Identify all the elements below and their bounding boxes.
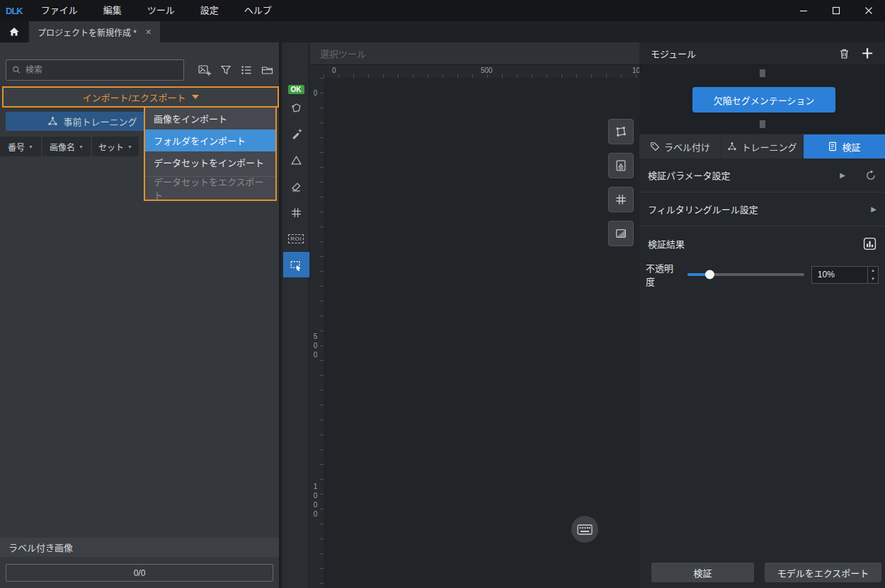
caret-down-icon bbox=[192, 95, 199, 99]
search-box[interactable] bbox=[6, 59, 184, 81]
shortcut-keyboard-button[interactable] bbox=[571, 516, 598, 543]
tab-labeling[interactable]: ラベル付け bbox=[639, 134, 721, 158]
tab-title: プロジェクトを新規作成 * bbox=[38, 26, 137, 38]
opacity-value-box[interactable]: 10% ▲ ▼ bbox=[811, 266, 879, 284]
home-button[interactable] bbox=[0, 21, 28, 42]
menu-item-import-images[interactable]: 画像をインポート bbox=[145, 108, 275, 129]
pretrain-label: 事前トレーニング bbox=[63, 115, 137, 128]
column-header-set[interactable]: セット ▼ bbox=[92, 137, 140, 156]
module-tabs: ラベル付け トレーニング 検証 bbox=[639, 134, 885, 158]
expand-arrow-icon[interactable]: ▶ bbox=[840, 171, 845, 179]
polygon-tool[interactable] bbox=[283, 147, 309, 173]
list-view-icon[interactable] bbox=[241, 64, 252, 76]
search-row bbox=[6, 59, 273, 81]
menu-tools[interactable]: ツール bbox=[135, 0, 188, 21]
image-list-panel: インポート/エクスポート 事前トレーニング 番号 ▼ 画像名 ▼ セット ▼ bbox=[0, 42, 281, 588]
folder-icon[interactable] bbox=[261, 64, 273, 76]
vertical-ruler: 0 500 1000 bbox=[310, 78, 324, 588]
search-input[interactable] bbox=[25, 65, 178, 75]
import-export-label: インポート/エクスポート bbox=[82, 91, 185, 104]
annotation-toolbar: OK ROI bbox=[283, 42, 309, 588]
menubar: DLK ファイル 編集 ツール 設定 ヘルプ bbox=[0, 0, 885, 21]
canvas-toolbar: 選択ツール bbox=[310, 42, 639, 65]
labeled-images-bar[interactable]: ラベル付き画像 bbox=[0, 538, 279, 557]
spin-up-icon[interactable]: ▲ bbox=[868, 267, 878, 275]
app-window: DLK ファイル 編集 ツール 設定 ヘルプ プロジェクトを新規作成 * ✕ bbox=[0, 0, 885, 588]
ruler-label: 500 bbox=[312, 333, 319, 360]
module-panel-header: モジュール ＋ bbox=[639, 42, 885, 65]
column-header-image-name[interactable]: 画像名 ▼ bbox=[42, 137, 92, 156]
eraser-tool[interactable] bbox=[283, 173, 309, 199]
pretrain-icon bbox=[47, 116, 58, 127]
opacity-value[interactable]: 10% bbox=[812, 267, 867, 283]
menu-settings[interactable]: 設定 bbox=[188, 0, 232, 21]
filtering-rules-row[interactable]: フィルタリングルール設定 ▶ bbox=[639, 192, 885, 226]
app-logo-icon: DLK bbox=[6, 6, 23, 16]
training-icon bbox=[727, 142, 737, 151]
roi-label: ROI bbox=[288, 234, 304, 243]
slider-handle[interactable] bbox=[705, 270, 714, 279]
menu-item-export-dataset: データセットをエクスポート bbox=[145, 176, 275, 200]
close-button[interactable] bbox=[852, 0, 885, 21]
filter-icon[interactable] bbox=[220, 64, 232, 76]
validation-icon bbox=[828, 142, 838, 151]
column-header-number[interactable]: 番号 ▼ bbox=[0, 137, 42, 156]
tab-close-icon[interactable]: ✕ bbox=[145, 28, 152, 37]
label-icon bbox=[650, 142, 660, 151]
tab-validation[interactable]: 検証 bbox=[804, 134, 885, 158]
module-list: 欠陥セグメンテーション bbox=[639, 65, 885, 133]
module-footer: 検証 モデルをエクスポート bbox=[651, 563, 881, 582]
ruler-label: 0 bbox=[312, 89, 319, 98]
ruler-label: 500 bbox=[481, 67, 493, 74]
opacity-label: 不透明度 bbox=[646, 261, 680, 288]
validation-parameters-row[interactable]: 検証パラメータ設定 ▶ bbox=[639, 158, 885, 192]
rect-select-tool[interactable] bbox=[283, 252, 309, 277]
chart-icon[interactable] bbox=[863, 237, 877, 250]
validate-button[interactable]: 検証 bbox=[651, 563, 754, 582]
polygon-select-tool[interactable] bbox=[283, 95, 309, 120]
menu-edit[interactable]: 編集 bbox=[91, 0, 135, 21]
mask-tool[interactable] bbox=[608, 221, 634, 246]
history-icon[interactable] bbox=[865, 170, 877, 181]
import-export-button[interactable]: インポート/エクスポート bbox=[2, 86, 279, 108]
menu-help[interactable]: ヘルプ bbox=[232, 0, 285, 21]
export-model-button[interactable]: モデルをエクスポート bbox=[765, 563, 881, 582]
ruler-label: 1000 bbox=[312, 483, 319, 519]
roi-tool[interactable]: ROI bbox=[283, 226, 309, 251]
project-tab[interactable]: プロジェクトを新規作成 * ✕ bbox=[29, 21, 160, 42]
opacity-row: 不透明度 10% ▲ ▼ bbox=[639, 260, 885, 289]
polygon-nodes-tool[interactable] bbox=[608, 119, 634, 144]
template-tool[interactable] bbox=[608, 153, 634, 178]
caret-down-icon: ▼ bbox=[28, 144, 33, 149]
drag-handle bbox=[760, 69, 765, 77]
minimize-button[interactable] bbox=[787, 0, 820, 21]
opacity-spinner: ▲ ▼ bbox=[867, 267, 878, 283]
import-image-icon[interactable] bbox=[198, 64, 211, 76]
module-panel: モジュール ＋ 欠陥セグメンテーション ラベル付け トレーニング bbox=[639, 42, 885, 588]
validation-result-row: 検証結果 bbox=[639, 226, 885, 260]
menu-item-import-dataset[interactable]: データセットをインポート bbox=[145, 151, 275, 173]
ok-badge[interactable]: OK bbox=[288, 85, 304, 94]
ruler-label: 1000 bbox=[632, 67, 639, 74]
opacity-slider[interactable] bbox=[687, 273, 804, 276]
tab-training[interactable]: トレーニング bbox=[721, 134, 803, 158]
active-tool-label: 選択ツール bbox=[320, 47, 366, 60]
add-module-icon[interactable]: ＋ bbox=[861, 47, 874, 60]
spin-down-icon[interactable]: ▼ bbox=[868, 275, 878, 283]
expand-arrow-icon[interactable]: ▶ bbox=[871, 205, 877, 213]
grid-tool[interactable] bbox=[283, 200, 309, 225]
menu-item-import-folder[interactable]: フォルダをインポート bbox=[145, 129, 275, 151]
list-toolbar bbox=[198, 64, 273, 76]
import-export-menu: 画像をインポート フォルダをインポート データセットをインポート データセットを… bbox=[144, 106, 277, 201]
ruler-corner bbox=[310, 65, 324, 78]
canvas-area[interactable]: 選択ツール 0 500 1000 0 500 1000 bbox=[310, 42, 639, 588]
delete-module-icon[interactable] bbox=[839, 48, 850, 59]
menu-file[interactable]: ファイル bbox=[28, 0, 91, 21]
module-defect-segmentation[interactable]: 欠陥セグメンテーション bbox=[692, 87, 835, 113]
maximize-button[interactable] bbox=[820, 0, 852, 21]
smart-brush-tool[interactable] bbox=[283, 121, 309, 146]
horizontal-ruler: 0 500 1000 bbox=[324, 65, 639, 78]
canvas-tool-group bbox=[608, 119, 634, 246]
grid-cut-tool[interactable] bbox=[608, 187, 634, 212]
drag-handle bbox=[760, 120, 765, 128]
